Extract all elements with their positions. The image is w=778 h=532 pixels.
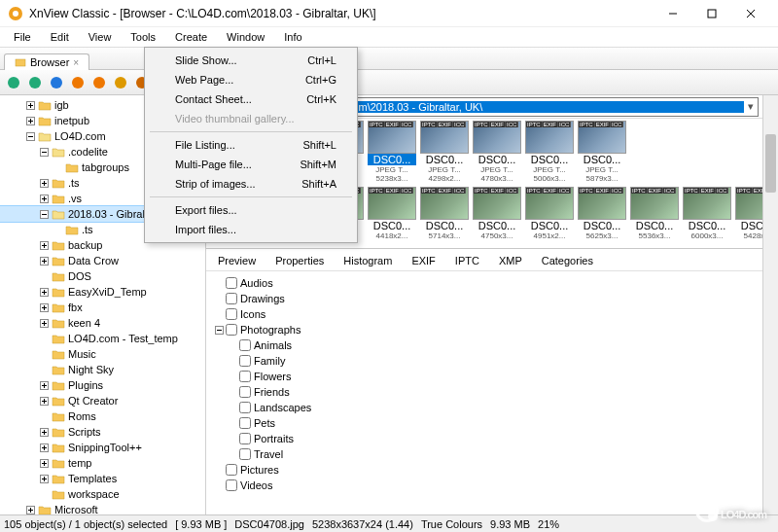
menu-item[interactable]: Slide Show...Ctrl+L xyxy=(148,51,354,70)
tab-browser[interactable]: Browser × xyxy=(4,53,89,70)
scrollbar-thumb[interactable] xyxy=(765,134,776,193)
expand-icon[interactable] xyxy=(39,318,50,329)
detail-tab-exif[interactable]: EXIF xyxy=(407,253,439,268)
favorite-button[interactable] xyxy=(89,73,109,92)
category-checkbox[interactable] xyxy=(239,339,251,351)
thumbnail-item[interactable]: IPTCEXIFICCDSC0...JPEG T...5879x3... xyxy=(578,121,626,183)
tree-item[interactable]: EasyXviD_Temp xyxy=(0,284,205,300)
back-button[interactable] xyxy=(4,73,23,92)
thumbnail-item[interactable]: IPTCEXIFICCDSC0...4951x2... xyxy=(525,187,574,240)
expand-icon[interactable] xyxy=(39,240,50,251)
tree-item[interactable]: Templates xyxy=(0,471,205,486)
category-row[interactable]: Portraits xyxy=(214,431,755,446)
open-button[interactable] xyxy=(111,73,130,92)
expand-icon[interactable] xyxy=(39,427,50,438)
category-checkbox[interactable] xyxy=(239,448,251,460)
menu-info[interactable]: Info xyxy=(274,29,311,45)
tree-item[interactable]: Qt Creator xyxy=(0,393,205,408)
detail-tab-preview[interactable]: Preview xyxy=(214,253,260,268)
menu-create[interactable]: Create xyxy=(165,29,217,45)
category-row[interactable]: Friends xyxy=(214,384,755,400)
menu-item[interactable]: Strip of images...Shift+A xyxy=(148,174,354,194)
menu-tools[interactable]: Tools xyxy=(121,29,165,45)
collapse-icon[interactable] xyxy=(39,209,50,220)
category-checkbox[interactable] xyxy=(226,308,237,320)
expand-icon[interactable] xyxy=(25,100,36,111)
category-row[interactable]: Pets xyxy=(214,415,755,431)
detail-tab-properties[interactable]: Properties xyxy=(271,253,328,268)
menu-file[interactable]: File xyxy=(4,29,41,45)
tree-item[interactable]: Microsoft xyxy=(0,502,205,514)
chevron-down-icon[interactable]: ▾ xyxy=(748,100,754,113)
tree-item[interactable]: Plugins xyxy=(0,377,205,393)
expand-icon[interactable] xyxy=(39,178,50,189)
expand-icon[interactable] xyxy=(39,474,50,484)
expand-icon[interactable] xyxy=(39,256,50,266)
thumbnail-item[interactable]: IPTCEXIFICCDSC0...5428x3... xyxy=(735,187,762,240)
thumbnail-item[interactable]: IPTCEXIFICCDSC0...JPEG T...5006x3... xyxy=(525,121,574,183)
menu-item[interactable]: Import files... xyxy=(148,220,354,239)
category-row[interactable]: Travel xyxy=(214,446,755,462)
maximize-button[interactable] xyxy=(692,2,731,25)
thumbnail-item[interactable]: IPTCEXIFICCDSC0...5625x3... xyxy=(578,187,626,240)
expand-icon[interactable] xyxy=(39,443,50,453)
categories-list[interactable]: AudiosDrawingsIconsPhotographsAnimalsFam… xyxy=(206,271,762,514)
tree-item[interactable]: Music xyxy=(0,346,205,362)
expand-icon[interactable] xyxy=(39,458,50,469)
menu-window[interactable]: Window xyxy=(217,29,274,45)
thumbnail-item[interactable]: IPTCEXIFICCDSC0...4750x3... xyxy=(473,187,521,240)
menu-view[interactable]: View xyxy=(79,29,122,45)
tab-close-icon[interactable]: × xyxy=(73,57,79,68)
tree-item[interactable]: workspace xyxy=(0,486,205,502)
category-row[interactable]: Animals xyxy=(214,337,755,353)
menu-item[interactable]: Export files... xyxy=(148,200,354,220)
expand-icon[interactable] xyxy=(39,302,50,313)
category-checkbox[interactable] xyxy=(226,293,237,304)
menu-item[interactable]: File Listing...Shift+L xyxy=(148,135,354,155)
category-checkbox[interactable] xyxy=(226,479,237,491)
tree-item[interactable]: SnippingTool++ xyxy=(0,440,205,455)
tree-item[interactable]: Night Sky xyxy=(0,362,205,377)
category-row[interactable]: Icons xyxy=(214,306,755,322)
category-checkbox[interactable] xyxy=(239,402,251,413)
tree-item[interactable]: keen 4 xyxy=(0,315,205,331)
create-menu[interactable]: Slide Show...Ctrl+LWeb Page...Ctrl+GCont… xyxy=(144,47,358,243)
category-row[interactable]: Videos xyxy=(214,478,755,493)
menu-edit[interactable]: Edit xyxy=(41,29,79,45)
category-row[interactable]: Audios xyxy=(214,275,755,291)
tree-item[interactable]: Scripts xyxy=(0,424,205,440)
forward-button[interactable] xyxy=(25,73,45,92)
category-checkbox[interactable] xyxy=(239,386,251,398)
refresh-button[interactable] xyxy=(47,73,66,92)
expand-icon[interactable] xyxy=(39,194,50,204)
thumbnail-item[interactable]: IPTCEXIFICCDSC0...JPEG T...4298x2... xyxy=(420,121,469,183)
category-row[interactable]: Drawings xyxy=(214,291,755,306)
category-row[interactable]: Family xyxy=(214,353,755,369)
collapse-icon[interactable] xyxy=(39,147,50,158)
expand-icon[interactable] xyxy=(25,505,36,515)
detail-tab-xmp[interactable]: XMP xyxy=(495,253,526,268)
menu-item[interactable]: Contact Sheet...Ctrl+K xyxy=(148,89,354,109)
category-checkbox[interactable] xyxy=(226,324,237,336)
expand-icon[interactable] xyxy=(39,380,50,391)
menu-item[interactable]: Multi-Page file...Shift+M xyxy=(148,155,354,174)
category-row[interactable]: Photographs xyxy=(214,322,755,337)
category-row[interactable]: Flowers xyxy=(214,369,755,384)
thumbnail-item[interactable]: IPTCEXIFICCDSC0...5536x3... xyxy=(630,187,679,240)
thumbnail-item[interactable]: IPTCEXIFICCDSC0...6000x3... xyxy=(683,187,731,240)
home-button[interactable] xyxy=(68,73,88,92)
tree-item[interactable]: fbx xyxy=(0,300,205,315)
thumbnail-item[interactable]: IPTCEXIFICCDSC0...5714x3... xyxy=(420,187,469,240)
menu-item[interactable]: Web Page...Ctrl+G xyxy=(148,70,354,89)
tree-item[interactable]: temp xyxy=(0,455,205,471)
category-checkbox[interactable] xyxy=(239,355,251,367)
minimize-button[interactable] xyxy=(654,2,692,25)
thumbnail-item[interactable]: IPTCEXIFICCDSC0...JPEG T...4780x3... xyxy=(473,121,521,183)
tree-item[interactable]: Roms xyxy=(0,408,205,424)
collapse-icon[interactable] xyxy=(214,326,225,335)
category-row[interactable]: Landscapes xyxy=(214,400,755,415)
tree-item[interactable]: LO4D.com - Test_temp xyxy=(0,331,205,346)
thumbnail-item[interactable]: IPTCEXIFICCDSC0...JPEG T...5238x3... xyxy=(368,121,416,183)
collapse-icon[interactable] xyxy=(25,131,36,142)
category-checkbox[interactable] xyxy=(239,417,251,429)
